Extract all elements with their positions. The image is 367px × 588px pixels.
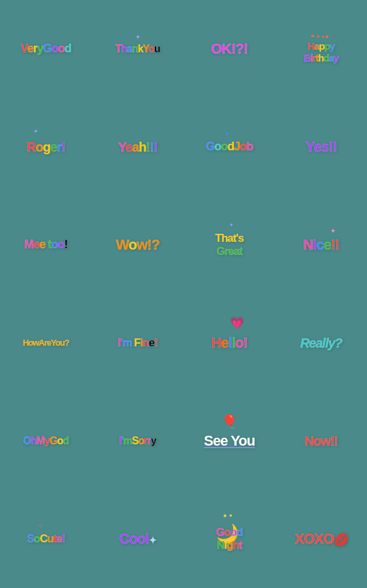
sticker-hello: 💗 Hello! [184, 294, 276, 392]
sticker-how-are-you: HowAreYou? [0, 294, 92, 392]
sticker-good-night: 🌙 ★ ✦ Good Night [184, 490, 276, 588]
sticker-xoxo: XOXO💋 [276, 490, 368, 588]
sticker-wow: Wow!? [92, 196, 184, 294]
sticker-see-you: 🎈 See You [184, 392, 276, 490]
sticker-roger: ✦ Roger! [0, 98, 92, 196]
sticker-very-good: VeryGood [0, 0, 92, 98]
sticker-yeah: Yeah!!! [92, 98, 184, 196]
sticker-nice: ★ Nice!! [276, 196, 368, 294]
sticker-me-too: Mee too! [0, 196, 92, 294]
sticker-grid: VeryGood ✦ ThankYou OK!?! ❤ ★ ● ◆ · Happ… [0, 0, 367, 588]
sticker-now: Now!! [276, 392, 368, 490]
sticker-good-job: ✦ GoodJob [184, 98, 276, 196]
sticker-ok: OK!?! [184, 0, 276, 98]
sticker-so-cute: ♡ SoCute! [0, 490, 92, 588]
sticker-really: Really? [276, 294, 368, 392]
sticker-thank-you: ✦ ThankYou [92, 0, 184, 98]
sticker-happy-birthday: ❤ ★ ● ◆ · Happy Birthday [276, 0, 368, 98]
sticker-cool: Cool✦ [92, 490, 184, 588]
sticker-im-fine: I'm Fine! [92, 294, 184, 392]
sticker-yes: Yes!! [276, 98, 368, 196]
sticker-thats-great: ✦ That's Great [184, 196, 276, 294]
sticker-oh-my-god: OhMyGod [0, 392, 92, 490]
sticker-im-sorry: I'mSorry [92, 392, 184, 490]
